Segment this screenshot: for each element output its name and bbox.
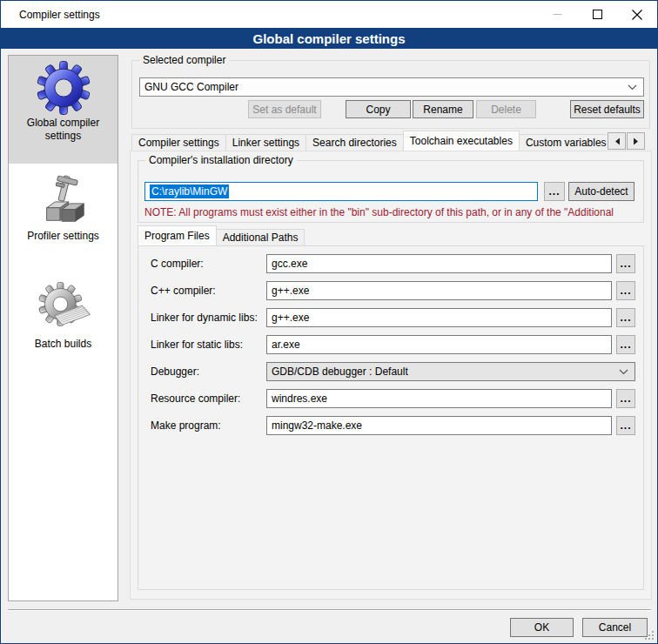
- gray-gear-paper-stack-icon: [37, 282, 91, 336]
- debugger-dropdown[interactable]: GDB/CDB debugger : Default: [266, 362, 635, 381]
- blue-gear-icon: [37, 61, 91, 115]
- dialog-banner: Global compiler settings: [1, 28, 657, 49]
- static-linker-browse-button[interactable]: ...: [616, 335, 635, 354]
- minimize-button: [537, 1, 577, 28]
- selected-compiler-group-label: Selected compiler: [139, 54, 229, 67]
- static-linker-label: Linker for static libs:: [151, 339, 243, 352]
- rename-button[interactable]: Rename: [413, 100, 473, 118]
- tab-scroll-buttons: [608, 132, 645, 150]
- sidebar-item-batch-builds[interactable]: Batch builds: [9, 277, 118, 374]
- tab-search-directories[interactable]: Search directories: [306, 134, 404, 151]
- delete-button: Delete: [476, 100, 536, 118]
- c-compiler-value: gcc.exe: [272, 258, 307, 270]
- sidebar-item-profiler-settings[interactable]: Profiler settings: [9, 169, 118, 266]
- make-program-input[interactable]: mingw32-make.exe: [266, 416, 612, 435]
- chevron-down-icon: [619, 369, 628, 375]
- close-button[interactable]: [617, 1, 657, 28]
- static-linker-input[interactable]: ar.exe: [266, 335, 612, 354]
- tab-scroll-left-icon: [614, 138, 621, 145]
- resource-compiler-input[interactable]: windres.exe: [266, 389, 612, 408]
- tab-toolchain-executables[interactable]: Toolchain executables: [403, 131, 520, 151]
- dynamic-linker-label: Linker for dynamic libs:: [151, 312, 258, 325]
- cpp-compiler-value: g++.exe: [272, 285, 309, 297]
- c-compiler-browse-button[interactable]: ...: [616, 254, 635, 273]
- resource-compiler-label: Resource compiler:: [151, 392, 240, 406]
- make-program-label: Make program:: [151, 419, 221, 433]
- selected-compiler-dropdown[interactable]: GNU GCC Compiler: [139, 77, 644, 97]
- minimize-icon: [553, 10, 562, 19]
- settings-category-list: Global compiler settings: [8, 55, 118, 601]
- installation-directory-input[interactable]: C:\raylib\MinGW: [144, 182, 538, 201]
- sidebar-item-label: Global compiler settings: [9, 117, 118, 143]
- tab-scroll-right-button[interactable]: [627, 132, 645, 150]
- debugger-value: GDB/CDB debugger : Default: [272, 366, 408, 378]
- sidebar-item-label: Profiler settings: [9, 230, 118, 243]
- : [138, 206, 644, 226]
- debugger-label: Debugger:: [151, 366, 199, 379]
- sidebar-item-label: Batch builds: [9, 338, 118, 351]
- dynamic-linker-value: g++.exe: [272, 312, 309, 324]
- c-compiler-input[interactable]: gcc.exe: [266, 254, 612, 273]
- auto-detect-button[interactable]: Auto-detect: [568, 182, 634, 201]
- cpp-compiler-input[interactable]: g++.exe: [266, 281, 612, 300]
- compiler-settings-dialog: Compiler settings Global compiler settin…: [0, 0, 658, 644]
- make-program-value: mingw32-make.exe: [272, 419, 362, 432]
- subtab-additional-paths[interactable]: Additional Paths: [216, 229, 306, 245]
- browse-directory-button[interactable]: ...: [544, 182, 565, 201]
- installation-directory-group-label: Compiler's installation directory: [145, 154, 297, 167]
- cpp-compiler-browse-button[interactable]: ...: [616, 281, 635, 300]
- installation-directory-value: C:\raylib\MinGW: [150, 184, 229, 198]
- ok-button[interactable]: OK: [510, 618, 574, 637]
- reset-defaults-button[interactable]: Reset defaults: [570, 100, 644, 118]
- caption-buttons: [537, 1, 657, 28]
- footer-divider: [8, 609, 651, 611]
- c-compiler-label: C compiler:: [151, 258, 204, 271]
- tab-scroll-right-icon: [633, 138, 640, 145]
- tab-linker-settings[interactable]: Linker settings: [225, 134, 306, 151]
- toolchain-executables-page: Compiler's installation directory C:\ray…: [130, 151, 652, 600]
- selected-compiler-group: Selected compiler GNU GCC Compiler Set a…: [131, 60, 650, 129]
- program-files-panel: C compiler: gcc.exe ... C++ compiler: g+…: [138, 245, 644, 590]
- banner-title: Global compiler settings: [252, 31, 405, 46]
- maximize-button[interactable]: [577, 1, 617, 28]
- static-linker-value: ar.exe: [272, 339, 300, 351]
- caliper-cubes-icon: [37, 174, 91, 228]
- sidebar-item-global-compiler-settings[interactable]: Global compiler settings: [9, 56, 118, 164]
- close-icon: [632, 10, 642, 20]
- tab-scroll-left-button[interactable]: [608, 132, 626, 150]
- program-files-tab-strip: Program Files Additional Paths: [138, 225, 644, 245]
- main-tab-strip: Compiler settings Linker settings Search…: [131, 131, 607, 151]
- dynamic-linker-browse-button[interactable]: ...: [616, 308, 635, 327]
- maximize-icon: [593, 10, 602, 19]
- dynamic-linker-input[interactable]: g++.exe: [266, 308, 612, 327]
- cancel-button[interactable]: Cancel: [582, 618, 648, 637]
- subtab-program-files[interactable]: Program Files: [138, 225, 217, 245]
- window-title: Compiler settings: [1, 9, 100, 21]
- make-program-browse-button[interactable]: ...: [616, 416, 635, 435]
- set-as-default-button: Set as default: [248, 100, 321, 118]
- selected-compiler-value: GNU GCC Compiler: [144, 81, 238, 93]
- resource-compiler-value: windres.exe: [272, 392, 327, 405]
- tab-compiler-settings[interactable]: Compiler settings: [131, 134, 226, 151]
- resource-compiler-browse-button[interactable]: ...: [616, 389, 635, 408]
- resize-grip-icon[interactable]: [644, 630, 655, 641]
- copy-button[interactable]: Copy: [346, 100, 411, 118]
- chevron-down-icon: [628, 84, 637, 91]
- title-bar: Compiler settings: [1, 1, 657, 28]
- tab-custom-variables[interactable]: Custom variables: [519, 134, 607, 151]
- cpp-compiler-label: C++ compiler:: [151, 285, 216, 298]
